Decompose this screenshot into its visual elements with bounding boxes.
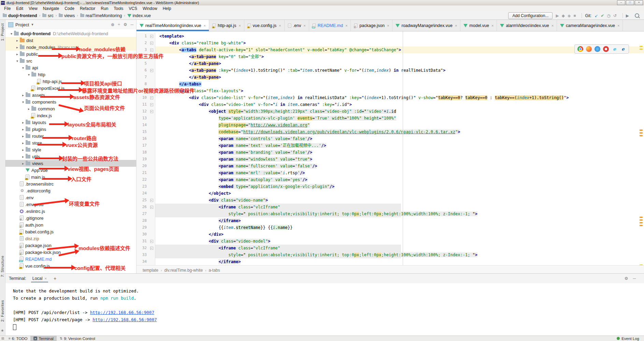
menu-window[interactable]: Window [140, 5, 160, 12]
close-icon[interactable]: × [239, 24, 241, 28]
breadcrumb-item-views[interactable]: views [59, 13, 75, 18]
fold-gutter[interactable]: − [148, 108, 155, 115]
stripe-structure-label[interactable]: 7: Structure [0, 256, 4, 277]
menu-help[interactable]: Help [160, 5, 174, 12]
stripe-favorites-label[interactable]: 2: Favorites [0, 300, 4, 322]
fold-marker-icon[interactable]: − [150, 103, 153, 106]
fold-marker-icon[interactable]: − [150, 35, 153, 38]
chevron-right-icon[interactable]: ▸ [15, 45, 20, 49]
tab-.env[interactable]: .env× [285, 20, 309, 31]
tree-row-http[interactable]: ▾http [5, 71, 136, 78]
close-icon[interactable]: × [491, 24, 493, 28]
chevron-right-icon[interactable]: ▸ [20, 155, 26, 159]
tab-model.vue[interactable]: model.vue× [460, 20, 497, 31]
tree-row-babel.config.js[interactable]: babel.config.js [5, 228, 136, 235]
close-icon[interactable]: × [45, 276, 47, 281]
fold-gutter[interactable]: − [148, 101, 155, 108]
tree-row-.eslintrc.js[interactable]: .eslintrc.js [5, 208, 136, 215]
update-project-icon[interactable]: ↙ [595, 13, 598, 18]
tree-row-api[interactable]: ▾api [5, 64, 136, 71]
menu-edit[interactable]: Edit [13, 5, 26, 12]
terminal-output[interactable]: Note that the development build is not o… [5, 283, 644, 330]
ie-icon[interactable]: e [612, 46, 617, 52]
menu-refactor[interactable]: Refactor [77, 5, 98, 12]
tab-package.json[interactable]: package.json× [351, 20, 392, 31]
rollback-icon[interactable]: ↺ [613, 13, 617, 18]
chevron-right-icon[interactable]: ▸ [20, 134, 26, 138]
chevron-right-icon[interactable]: ▸ [20, 162, 26, 165]
collapse-all-icon[interactable]: ÷ [118, 22, 120, 27]
tool-window-switcher-icon[interactable]: ⊞ [0, 337, 5, 340]
fold-marker-icon[interactable]: − [150, 206, 153, 209]
fold-marker-icon[interactable]: − [150, 247, 153, 250]
menu-vcs[interactable]: VCS [126, 5, 140, 12]
settings-gear-icon[interactable]: ⚙ [124, 22, 127, 27]
chevron-right-icon[interactable]: ▸ [20, 127, 26, 131]
breadcrumb-item-index.vue[interactable]: index.vue [127, 13, 151, 18]
menu-navigate[interactable]: Navigate [40, 5, 62, 12]
favorites-star-icon[interactable]: ★ [1, 328, 4, 333]
tab-realTimeMonitoring-index.vue[interactable]: realTimeMonitoring\index.vue× [137, 20, 209, 31]
breadcrumb-item-duoji-frontend[interactable]: duoji-frontend [3, 13, 37, 18]
menu-code[interactable]: Code [62, 5, 77, 12]
run-icon[interactable]: ▶ [556, 13, 559, 18]
fold-marker-icon[interactable]: − [150, 42, 153, 45]
editor-breadcrumb-div.realTime.bg-white[interactable]: div.realTime.bg-white [164, 268, 203, 273]
firefox-icon[interactable] [586, 46, 592, 52]
menu-tools[interactable]: Tools [111, 5, 126, 12]
event-log-button[interactable]: Event Log [621, 337, 639, 341]
stop-icon[interactable]: ■ [573, 13, 576, 18]
fold-gutter[interactable]: − [148, 238, 155, 245]
tab-alarmVideos-index.vue[interactable]: alarmVideos\index.vue× [497, 20, 557, 31]
tab-roadwayManage-index.vue[interactable]: roadwayManage\index.vue× [392, 20, 460, 31]
chevron-right-icon[interactable]: ▸ [20, 141, 26, 145]
close-icon[interactable]: × [455, 24, 457, 28]
new-terminal-session-icon[interactable]: + [54, 276, 56, 281]
run-anything-icon[interactable]: ▶ [626, 13, 629, 18]
tree-row-index.js[interactable]: index.js [5, 112, 136, 119]
menu-view[interactable]: View [26, 5, 40, 12]
chevron-down-icon[interactable]: ▾ [15, 59, 20, 63]
breadcrumb-item-realTimeMonitoring[interactable]: realTimeMonitoring [80, 13, 122, 18]
fold-gutter[interactable]: − [148, 94, 155, 101]
chevron-down-icon[interactable]: ▾ [20, 100, 26, 104]
code-editor[interactable]: ee 1−<template>2− <div class="realTime b… [137, 31, 644, 265]
close-icon[interactable]: × [552, 24, 554, 28]
tree-row-README.md[interactable]: README.md [5, 256, 136, 262]
close-icon[interactable]: × [279, 24, 281, 28]
chevron-right-icon[interactable]: ▸ [15, 39, 20, 42]
editor-breadcrumb-template[interactable]: template [143, 268, 158, 273]
fold-gutter[interactable]: − [148, 67, 155, 74]
fold-gutter[interactable]: − [148, 245, 155, 251]
tab-README.md[interactable]: README.md× [309, 20, 351, 31]
minimize-button[interactable]: – [617, 0, 625, 5]
fold-marker-icon[interactable]: − [150, 110, 153, 113]
statusbar-terminal-button[interactable]: ▸Terminal [30, 336, 56, 341]
close-button[interactable]: × [635, 0, 643, 5]
tree-row-dist[interactable]: ▸dist [5, 37, 136, 44]
chevron-down-icon[interactable]: ▾ [9, 32, 14, 36]
fold-marker-icon[interactable]: − [150, 199, 153, 202]
close-icon[interactable]: × [204, 24, 206, 28]
chevron-right-icon[interactable]: ▸ [20, 121, 26, 124]
statusbar-vc-button[interactable]: ⇅9: Version Control [57, 336, 98, 341]
add-configuration-button[interactable]: Add Configuration... [508, 12, 553, 19]
gear-icon[interactable]: ⚙ [625, 276, 628, 281]
safari-icon[interactable] [595, 46, 600, 52]
tree-row-.editorconfig[interactable]: ⚙.editorconfig [5, 187, 136, 194]
tab-vue.config.js[interactable]: vue.config.js× [244, 20, 285, 31]
terminal-tab-local[interactable]: Local × [31, 274, 48, 283]
statusbar-todo-button[interactable]: ≡6: TODO [5, 336, 30, 341]
opera-icon[interactable] [603, 46, 609, 52]
chevron-down-icon[interactable]: ▾ [20, 66, 26, 70]
tree-row-duoji-frontend[interactable]: ▾duoji-frontendD:\zheheWeb\duoji-fronten… [5, 30, 136, 37]
editor-breadcrumb-a-tabs[interactable]: a-tabs [209, 268, 220, 273]
stripe-project-label[interactable]: 1: Project [0, 23, 4, 41]
chevron-right-icon[interactable]: ▸ [20, 93, 26, 97]
fold-marker-icon[interactable]: − [150, 240, 153, 243]
close-icon[interactable]: × [303, 24, 305, 28]
locate-file-icon[interactable]: ⊕ [111, 22, 114, 27]
fold-gutter[interactable]: − [148, 204, 155, 210]
commit-icon[interactable]: ✔ [601, 13, 604, 18]
breadcrumb-item-src[interactable]: src [42, 13, 54, 18]
